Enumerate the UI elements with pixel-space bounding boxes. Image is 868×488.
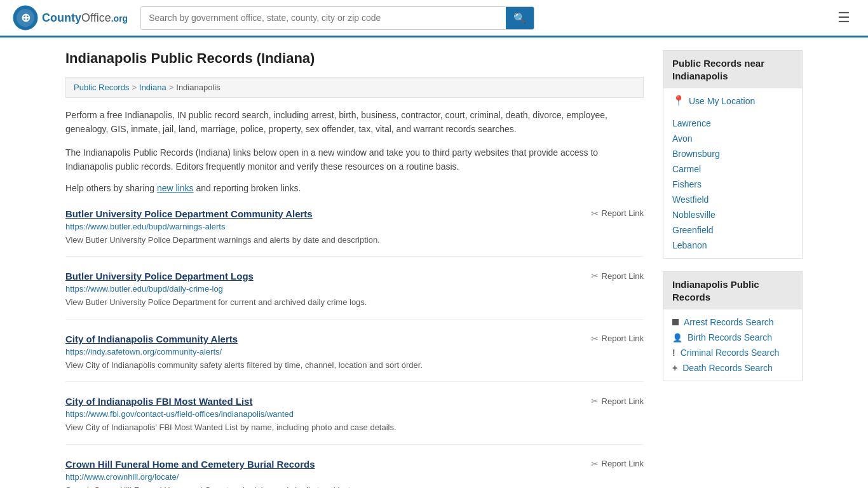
use-my-location-link[interactable]: 📍 Use My Location [663, 88, 802, 111]
nearby-city-link-5[interactable]: Westfield [672, 194, 709, 205]
record-title-0[interactable]: Butler University Police Department Comm… [65, 208, 313, 219]
record-item: Butler University Police Department Logs… [65, 271, 644, 320]
scissors-icon-4: ✂ [591, 459, 599, 469]
record-title-4[interactable]: Crown Hill Funeral Home and Cemetery Bur… [65, 459, 315, 470]
record-type-icon [672, 319, 679, 325]
report-link-button-3[interactable]: ✂ Report Link [591, 396, 644, 406]
indy-record-item: !Criminal Records Search [663, 345, 802, 360]
report-link-button-1[interactable]: ✂ Report Link [591, 271, 644, 281]
logo-area: ⊕ CountyOffice.org [13, 5, 128, 30]
indy-record-item: +Death Records Search [663, 360, 802, 376]
nearby-city-item: Brownsburg [663, 146, 802, 161]
report-link-label-4: Report Link [602, 459, 644, 468]
record-url-0[interactable]: https://www.butler.edu/bupd/warnings-ale… [65, 222, 644, 231]
indy-record-link-2[interactable]: Criminal Records Search [681, 348, 780, 358]
search-input[interactable] [141, 8, 506, 28]
nearby-section-title: Public Records near Indianapolis [663, 51, 802, 88]
record-title-3[interactable]: City of Indianapolis FBI Most Wanted Lis… [65, 396, 252, 407]
report-link-button-2[interactable]: ✂ Report Link [591, 334, 644, 344]
nearby-city-item: Avon [663, 131, 802, 146]
nearby-city-item: Noblesville [663, 207, 802, 222]
record-header: Butler University Police Department Logs… [65, 271, 644, 281]
page-title: Indianapolis Public Records (Indiana) [65, 50, 644, 67]
share-text-after: and reporting broken links. [194, 183, 301, 193]
share-text: Help others by sharing new links and rep… [65, 183, 644, 193]
menu-button[interactable]: ☰ [832, 7, 855, 29]
nearby-city-link-1[interactable]: Avon [672, 133, 693, 144]
share-text-before: Help others by sharing [65, 183, 157, 193]
nearby-city-link-2[interactable]: Brownsburg [672, 149, 720, 159]
nearby-city-item: Carmel [663, 161, 802, 177]
indy-records-list: Arrest Records Search👤Birth Records Sear… [663, 309, 802, 381]
report-link-label-0: Report Link [602, 208, 644, 218]
record-type-icon: 👤 [672, 333, 682, 342]
search-button[interactable]: 🔍 [506, 7, 534, 29]
header: ⊕ CountyOffice.org 🔍 ☰ [0, 0, 868, 37]
nearby-section: Public Records near Indianapolis 📍 Use M… [663, 50, 803, 259]
search-bar: 🔍 [140, 6, 534, 30]
record-header: Crown Hill Funeral Home and Cemetery Bur… [65, 459, 644, 470]
nearby-city-link-6[interactable]: Noblesville [672, 210, 715, 220]
indy-record-link-1[interactable]: Birth Records Search [688, 332, 772, 342]
record-header: Butler University Police Department Comm… [65, 208, 644, 219]
nearby-city-link-8[interactable]: Lebanon [672, 240, 707, 250]
content-area: Indianapolis Public Records (Indiana) Pu… [65, 50, 644, 488]
record-desc-2: View City of Indianapolis community safe… [65, 359, 644, 372]
indy-record-item: 👤Birth Records Search [663, 330, 802, 345]
record-header: City of Indianapolis FBI Most Wanted Lis… [65, 396, 644, 407]
scissors-icon-3: ✂ [591, 396, 599, 406]
record-header: City of Indianapolis Community Alerts ✂ … [65, 334, 644, 344]
record-url-1[interactable]: https://www.butler.edu/bupd/daily-crime-… [65, 284, 644, 294]
breadcrumb-indiana[interactable]: Indiana [139, 83, 166, 92]
nearby-city-item: Greenfield [663, 222, 802, 238]
indy-record-link-0[interactable]: Arrest Records Search [684, 317, 774, 327]
intro-paragraph-1: Perform a free Indianapolis, IN public r… [65, 108, 644, 137]
location-pin-icon: 📍 [672, 95, 685, 107]
record-url-3[interactable]: https://www.fbi.gov/contact-us/field-off… [65, 409, 644, 419]
record-url-2[interactable]: https://indy.safetown.org/community-aler… [65, 347, 644, 356]
logo-text: CountyOffice.org [42, 11, 128, 25]
report-link-label-3: Report Link [602, 396, 644, 406]
nearby-city-item: Lebanon [663, 238, 802, 253]
breadcrumb-sep-1: > [132, 83, 137, 92]
intro-paragraph-2: The Indianapolis Public Records (Indiana… [65, 146, 644, 174]
report-link-button-4[interactable]: ✂ Report Link [591, 459, 644, 469]
record-desc-3: View City of Indianapolis' FBI Most Want… [65, 421, 644, 434]
record-title-2[interactable]: City of Indianapolis Community Alerts [65, 334, 238, 344]
record-item: City of Indianapolis FBI Most Wanted Lis… [65, 396, 644, 445]
record-title-1[interactable]: Butler University Police Department Logs [65, 271, 254, 281]
new-links[interactable]: new links [157, 183, 194, 193]
breadcrumb-public-records[interactable]: Public Records [74, 83, 129, 92]
nearby-city-link-3[interactable]: Carmel [672, 164, 701, 174]
record-type-icon: ! [672, 348, 675, 358]
report-link-label-1: Report Link [602, 271, 644, 281]
breadcrumb: Public Records > Indiana > Indianapolis [65, 77, 644, 98]
report-link-label-2: Report Link [602, 334, 644, 343]
nearby-city-item: Fishers [663, 177, 802, 192]
search-icon: 🔍 [513, 13, 526, 24]
hamburger-icon: ☰ [837, 10, 850, 25]
indy-record-link-3[interactable]: Death Records Search [682, 363, 773, 373]
nearby-city-link-7[interactable]: Greenfield [672, 225, 714, 235]
logo-icon: ⊕ [13, 5, 38, 30]
svg-text:⊕: ⊕ [21, 11, 31, 24]
record-desc-0: View Butler University Police Department… [65, 234, 644, 247]
nearby-city-link-4[interactable]: Fishers [672, 179, 702, 189]
header-right: ☰ [832, 7, 855, 29]
nearby-cities-list: LawrenceAvonBrownsburgCarmelFishersWestf… [663, 111, 802, 258]
main-container: Indianapolis Public Records (Indiana) Pu… [53, 37, 815, 488]
record-item: City of Indianapolis Community Alerts ✂ … [65, 334, 644, 383]
record-item: Butler University Police Department Comm… [65, 208, 644, 257]
nearby-city-item: Lawrence [663, 116, 802, 131]
record-desc-1: View Butler University Police Department… [65, 296, 644, 309]
sidebar: Public Records near Indianapolis 📍 Use M… [663, 50, 803, 488]
indy-records-section: Indianapolis Public Records Arrest Recor… [663, 271, 803, 381]
indy-record-item: Arrest Records Search [663, 315, 802, 330]
report-link-button-0[interactable]: ✂ Report Link [591, 208, 644, 219]
scissors-icon-2: ✂ [591, 334, 599, 344]
breadcrumb-indianapolis: Indianapolis [176, 83, 220, 92]
scissors-icon-1: ✂ [591, 271, 599, 281]
nearby-city-link-0[interactable]: Lawrence [672, 118, 711, 128]
record-url-4[interactable]: http://www.crownhill.org/locate/ [65, 472, 644, 482]
record-type-icon: + [672, 363, 677, 373]
